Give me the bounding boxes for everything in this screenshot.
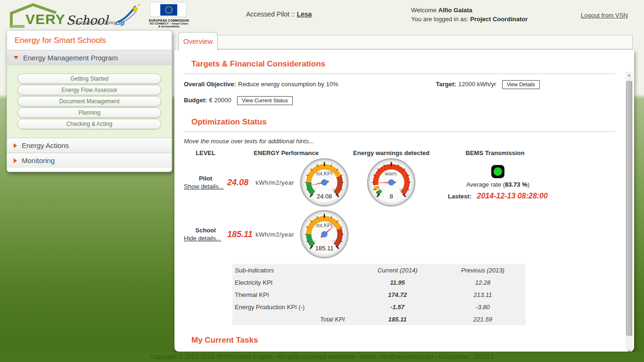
- divider: [184, 74, 615, 74]
- accordion-label: Energy Management Program: [23, 54, 118, 62]
- svg-text:24.08: 24.08: [317, 193, 332, 200]
- green-light: [494, 167, 502, 176]
- cip-text: cip: [116, 19, 124, 26]
- pilot-kpi-value: 24.08: [227, 178, 256, 188]
- logged-in-prefix: You are logged in as:: [411, 16, 469, 23]
- column-level: LEVEL: [184, 149, 227, 156]
- chevron-right-icon: [14, 158, 17, 163]
- targets-heading: Targets & Financial Considerations: [191, 59, 615, 69]
- svg-text:0: 0: [381, 189, 383, 191]
- eu-commission-logo: EUROPEAN COMMISSION DG CONNECT – Smart C…: [149, 2, 189, 28]
- sub-indicators-table: Sub-indicators Current (2014) Previous (…: [232, 264, 526, 325]
- user-info: Welcome Alfio Galata You are logged in a…: [411, 6, 528, 24]
- scrollbar-thumb[interactable]: [626, 81, 632, 336]
- target-value: 12000 kWh/yr: [458, 81, 496, 88]
- eu-commission-line2: DG CONNECT – Smart Cities & Sustainabili…: [149, 22, 189, 28]
- accordion-label: Monitoring: [22, 156, 55, 165]
- column-bems-transmission: BEMS Transmission: [452, 149, 538, 156]
- main-content: Overview Targets & Financial Considerati…: [174, 30, 634, 352]
- school-row: School Hide details... 185.11 kWh/m2/yea…: [184, 208, 615, 260]
- bems-average-rate: Average rate (83.73 %): [466, 181, 529, 188]
- tasks-heading: My Current Tasks: [191, 336, 615, 345]
- accordion-energy-actions[interactable]: Energy Actions: [7, 138, 172, 153]
- avg-prefix: Average rate (: [466, 181, 505, 188]
- pilot-totkpi-gauge: 0197tot.KPI24.08: [298, 158, 351, 207]
- column-energy-warnings: Energy warnings detected: [345, 149, 438, 156]
- svg-text:8: 8: [389, 193, 393, 200]
- logged-in-role: Project Coordinator: [470, 16, 528, 23]
- header-current: Current (2014): [355, 267, 440, 274]
- footer-copyright: Copyright © 2012-2014 VERYSchool Project…: [0, 352, 644, 362]
- chevron-down-icon: [14, 56, 18, 59]
- house-icon: [8, 3, 65, 28]
- pilot-kpi-unit: kWh/m2/year: [256, 179, 298, 186]
- scroll-down-icon[interactable]: ▼: [626, 348, 633, 352]
- school-hide-details-link[interactable]: Hide details...: [184, 235, 221, 242]
- view-details-button[interactable]: View Details: [502, 80, 540, 89]
- chevron-right-icon: [14, 143, 17, 148]
- cip-logo: cip: [115, 3, 142, 27]
- accordion-monitoring[interactable]: Monitoring: [7, 153, 172, 168]
- optimization-heading: Optimization Status: [191, 117, 615, 127]
- total-label: Total KPI: [232, 316, 355, 323]
- svg-text:0: 0: [314, 240, 316, 243]
- budget-value: € 20000: [209, 97, 231, 104]
- vertical-scrollbar[interactable]: ▲ ▼: [626, 72, 633, 352]
- sidebar-item-getting-started[interactable]: Getting Started: [17, 74, 161, 84]
- budget-label: Budget:: [184, 97, 207, 104]
- scroll-up-icon[interactable]: ▲: [626, 72, 633, 79]
- pilot-warnings-gauge: 050warn.8: [365, 158, 418, 207]
- welcome-prefix: Welcome: [411, 7, 437, 14]
- divider: [184, 132, 615, 132]
- school-totkpi-gauge: 0272tot.KPI185.11: [298, 210, 351, 259]
- view-current-status-button[interactable]: View Current Status: [237, 96, 293, 105]
- sidebar-item-energy-flow-assessor[interactable]: Energy Flow Assessor: [17, 85, 161, 95]
- header-previous: Previous (2013): [440, 267, 526, 274]
- objective-value: Reduce energy consumption by 10%: [238, 81, 338, 88]
- welcome-username: Alfio Galata: [438, 7, 472, 14]
- total-previous: 221.59: [440, 316, 526, 323]
- school-kpi-unit: kWh/m2/year: [256, 231, 298, 238]
- svg-text:tot.KPI: tot.KPI: [316, 171, 332, 176]
- sidebar-item-checking-acting[interactable]: Checking & Acting: [17, 119, 161, 129]
- app-logo: VERY School "Learning by Doing" cip: [13, 2, 189, 28]
- lastest-label: Lastest:: [448, 193, 471, 200]
- overall-objective: Overall Objective: Reduce energy consump…: [184, 80, 338, 88]
- svg-text:197: 197: [332, 189, 336, 191]
- top-header: VERY School "Learning by Doing" cip: [0, 0, 644, 28]
- bems-lastest: Lastest: 2014-12-13 08:28:00: [448, 192, 548, 200]
- table-row: Electricity KPI 11.95 12.28: [232, 276, 526, 288]
- pilot-row: Pilot Show details... 24.08 kWh/m2/year …: [184, 156, 615, 208]
- total-current: 185.11: [355, 316, 440, 323]
- table-header-row: Sub-indicators Current (2014) Previous (…: [232, 264, 526, 276]
- row-label: Energy Production KPI (-): [232, 304, 355, 311]
- objective-label: Overall Objective:: [184, 81, 236, 88]
- logout-link[interactable]: Logout from VSN: [581, 12, 628, 19]
- accordion-energy-management-program[interactable]: Energy Management Program: [7, 50, 172, 65]
- pilot-show-details-link[interactable]: Show details...: [184, 183, 224, 190]
- eu-commission-line1: EUROPEAN COMMISSION: [149, 19, 189, 22]
- svg-text:272: 272: [332, 240, 336, 243]
- tab-strip: [217, 35, 633, 49]
- traffic-light-icon: [491, 165, 504, 178]
- tab-overview[interactable]: Overview: [178, 32, 218, 50]
- logo-tagline: "Learning by Doing": [70, 20, 118, 25]
- row-previous: 12.28: [440, 279, 526, 286]
- school-level-label: School: [184, 227, 227, 234]
- school-kpi-value: 185.11: [227, 230, 256, 239]
- target-block: Target: 12000 kWh/yr View Details: [436, 80, 540, 89]
- svg-text:185.11: 185.11: [315, 245, 334, 252]
- sidebar-item-document-management[interactable]: Document Management: [17, 96, 161, 107]
- sidebar-item-planning[interactable]: Planning: [17, 107, 161, 118]
- eu-flag-icon: [160, 4, 177, 16]
- energy-management-panel: Getting Started Energy Flow Assessor Doc…: [7, 65, 172, 138]
- table-row: Energy Production KPI (-) -1.57 -3.80: [232, 301, 526, 313]
- accessed-pilot-link[interactable]: Lesa: [297, 10, 312, 18]
- row-previous: -3.80: [440, 304, 526, 311]
- row-label: Electricity KPI: [232, 279, 355, 286]
- column-energy-performance: ENERGY Performance: [227, 149, 345, 156]
- avg-suffix: ): [528, 181, 529, 188]
- row-current: 174.72: [355, 291, 440, 298]
- svg-text:tot.KPI: tot.KPI: [316, 222, 332, 228]
- table-total-row: Total KPI 185.11 221.59: [232, 313, 526, 325]
